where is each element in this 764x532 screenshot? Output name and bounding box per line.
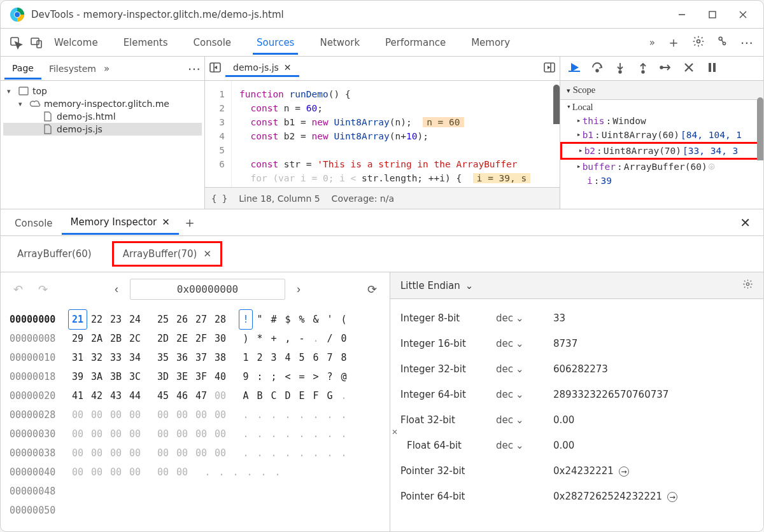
ascii-byte[interactable]: > [309, 367, 323, 386]
hex-byte[interactable]: 00 [192, 444, 211, 463]
hex-byte[interactable]: 2C [125, 329, 145, 348]
hex-byte[interactable]: 2A [87, 329, 106, 348]
hex-byte[interactable]: 00 [87, 405, 106, 424]
address-input[interactable] [130, 279, 285, 300]
ascii-byte[interactable]: 0 [337, 329, 351, 348]
ascii-byte[interactable]: . [243, 463, 257, 482]
tree-node-origin[interactable]: ▾ memory-inspector.glitch.me [3, 97, 202, 110]
ascii-byte[interactable]: . [337, 424, 351, 444]
hex-byte[interactable]: 42 [87, 386, 106, 405]
hex-byte[interactable]: 00 [125, 405, 145, 424]
hex-byte[interactable]: 00 [106, 424, 125, 444]
ascii-byte[interactable]: . [323, 405, 337, 424]
hex-byte[interactable]: 36 [173, 348, 192, 367]
hex-byte[interactable]: 27 [192, 310, 211, 329]
panel-tab-performance[interactable]: Performance [381, 31, 449, 55]
reveal-in-memory-icon[interactable]: ⦾ [709, 160, 715, 174]
hex-byte[interactable]: 28 [211, 310, 230, 329]
hex-byte[interactable]: 3E [173, 367, 192, 386]
hex-byte[interactable]: 2E [173, 329, 192, 348]
next-page-icon[interactable]: › [293, 282, 304, 297]
tree-node-file[interactable]: demo-js.html [3, 110, 202, 123]
panel-tab-elements[interactable]: Elements [120, 31, 172, 55]
ascii-byte[interactable]: . [267, 424, 281, 444]
ascii-byte[interactable]: / [323, 329, 337, 348]
hex-byte[interactable]: 00 [153, 424, 173, 444]
ascii-byte[interactable]: ( [337, 310, 351, 329]
hex-byte[interactable]: 00 [211, 386, 230, 405]
hex-byte[interactable]: 47 [192, 386, 211, 405]
hex-byte[interactable]: 29 [68, 329, 87, 348]
hex-byte[interactable]: 00 [192, 405, 211, 424]
scope-section-local[interactable]: ▾ Local [560, 100, 763, 114]
hex-byte[interactable]: 00 [173, 424, 192, 444]
ascii-byte[interactable]: . [337, 386, 351, 405]
ascii-byte[interactable]: 1 [239, 348, 253, 367]
ascii-byte[interactable]: . [281, 444, 295, 463]
hex-table[interactable]: 000000002122232425262728!"#$%&'(00000008… [1, 306, 390, 524]
hex-byte[interactable]: 00 [106, 463, 125, 482]
editor-scrollbar[interactable] [553, 85, 560, 183]
hex-byte[interactable]: 00 [68, 463, 87, 482]
ascii-byte[interactable]: . [239, 444, 253, 463]
ascii-byte[interactable]: # [267, 310, 281, 329]
hex-byte[interactable]: 43 [106, 386, 125, 405]
hex-byte[interactable]: 33 [106, 348, 125, 367]
hex-byte[interactable]: 35 [153, 348, 173, 367]
ascii-byte[interactable]: . [267, 444, 281, 463]
ascii-byte[interactable]: " [253, 310, 267, 329]
scope-item[interactable]: ▾ b1: Uint8Array(60) [84, 104, 1 [560, 128, 763, 142]
ascii-byte[interactable]: . [271, 463, 285, 482]
hex-byte[interactable]: 00 [87, 424, 106, 444]
ascii-byte[interactable]: D [281, 386, 295, 405]
ascii-byte[interactable]: 3 [267, 348, 281, 367]
panel-tab-memory[interactable]: Memory [467, 31, 514, 55]
hex-byte[interactable]: 00 [106, 444, 125, 463]
repr-selector[interactable]: dec ⌄ [496, 414, 553, 426]
hex-byte[interactable]: 44 [125, 386, 145, 405]
more-panels-icon[interactable]: » [649, 37, 655, 48]
ascii-byte[interactable]: . [309, 405, 323, 424]
hex-byte[interactable]: 3B [106, 367, 125, 386]
hex-byte[interactable]: 00 [211, 405, 230, 424]
ascii-byte[interactable]: . [309, 444, 323, 463]
hex-byte[interactable]: 3A [87, 367, 106, 386]
scope-item-b2[interactable]: ▾ b2: Uint8Array(70) [33, 34, 3 [560, 142, 763, 160]
ascii-byte[interactable]: 7 [323, 348, 337, 367]
hex-byte[interactable]: 45 [153, 386, 173, 405]
toggle-debugger-icon[interactable] [543, 61, 556, 76]
ascii-byte[interactable]: . [323, 424, 337, 444]
close-drawer-icon[interactable]: ✕ [740, 215, 751, 230]
maximize-button[interactable] [697, 1, 728, 29]
endianness-selector[interactable]: Little Endian ⌄ [390, 272, 763, 299]
settings-icon[interactable] [692, 35, 705, 50]
tab-page[interactable]: Page [4, 58, 41, 80]
ascii-byte[interactable]: G [323, 386, 337, 405]
value-settings-icon[interactable] [742, 279, 753, 292]
drawer-tab-memory-inspector[interactable]: Memory Inspector ✕ [62, 210, 179, 235]
minimize-button[interactable] [667, 1, 697, 29]
hex-byte[interactable]: 24 [125, 310, 145, 329]
hex-byte[interactable]: 39 [68, 367, 87, 386]
panel-tab-network[interactable]: Network [316, 31, 364, 55]
ascii-byte[interactable]: 9 [239, 367, 253, 386]
nav-kebab-menu-icon[interactable]: ⋯ [188, 61, 201, 76]
ascii-byte[interactable]: 6 [309, 348, 323, 367]
panel-tab-welcome[interactable]: Welcome [50, 31, 102, 55]
hex-byte[interactable]: 25 [153, 310, 173, 329]
ascii-byte[interactable]: ; [267, 367, 281, 386]
hex-byte[interactable]: 41 [68, 386, 87, 405]
scope-item[interactable]: ▾ buffer: ArrayBuffer(60) ⦾ [560, 160, 763, 174]
panel-tab-sources[interactable]: Sources [253, 31, 298, 55]
experiments-icon[interactable] [716, 35, 729, 50]
hex-byte[interactable]: 37 [192, 348, 211, 367]
hex-byte[interactable]: 34 [125, 348, 145, 367]
ascii-byte[interactable]: * [253, 329, 267, 348]
ascii-byte[interactable]: @ [337, 367, 351, 386]
ascii-byte[interactable]: ' [323, 310, 337, 329]
hex-byte[interactable]: 00 [68, 444, 87, 463]
step-icon[interactable] [660, 61, 672, 76]
hex-byte[interactable]: 3C [125, 367, 145, 386]
ascii-byte[interactable]: . [281, 405, 295, 424]
jump-to-address-icon[interactable]: → [619, 466, 629, 477]
